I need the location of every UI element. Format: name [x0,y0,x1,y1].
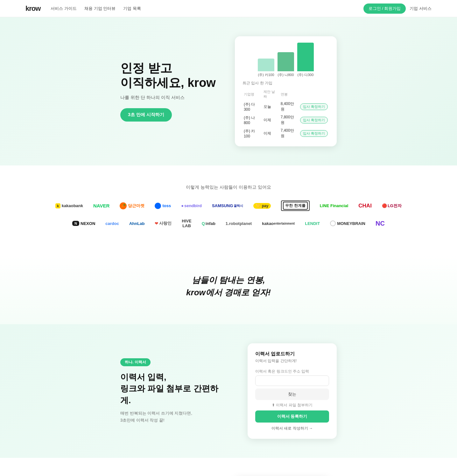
hero-headline-line2: 이직하세요, krow [120,76,216,89]
feature1-desc: 매번 반복되는 이력서 쓰기에 지쳤다면, 3초만에 이력서 작성 끝! [120,410,222,424]
logos-row-1: k kakaobank NAVER 🥕당근마켓 toss ●sendbird S… [13,200,444,211]
nav-logo[interactable]: krow [25,4,40,13]
corp-service-button[interactable]: 기업 서비스 [410,6,432,11]
bar-item-1: (주) 카100 [258,59,274,77]
bar-label-3: (주) 다300 [298,73,314,77]
logo-cardoc: cardoc [105,221,119,226]
resume-card-subtitle: 이력서 입력을 간단하게! [255,358,329,364]
row1-date: 오늘 [262,100,279,113]
bar-3 [297,43,314,71]
logo-lg: 🔴LG전자 [382,203,402,209]
row3-salary: 7,400만원 [279,127,299,140]
salary-section: 남들이 탐내는 연봉, krow에서 경매로 얻자! [0,255,457,324]
resume-url-input[interactable] [255,375,329,386]
feature1-headline-2: 링크와 파일 첨부로 간편하게. [120,384,218,405]
hero-card-bars: (주) 카100 (주) 나800 (주) 다300 [243,43,329,77]
feature1-badge: 하나. 이력서 [120,358,151,366]
hero-card-table-head: 기업명 제안 날짜 연봉 [243,88,329,100]
col-salary: 연봉 [279,88,299,100]
login-button[interactable]: 로그인 / 회원가입 [363,4,406,14]
logo-naver: NAVER [93,203,109,208]
sendbird-icon: ● [181,203,184,208]
resume-input-label: 이력서 혹은 링크드인 주소 입력 [255,369,329,374]
resume-card: 이력서 업로드하기 이력서 입력을 간단하게! 이력서 혹은 링크드인 주소 입… [248,343,337,439]
feature-resume-section: 하나. 이력서 이력서 입력, 링크와 파일 첨부로 간편하게. 매번 반복되는… [0,324,457,458]
row2-company: (주) 나800 [243,113,262,127]
row1-apply-btn[interactable]: 입사 확정하기 [300,103,328,110]
col-action [299,88,329,100]
logo-kakao-ent: kakaoentertainment [262,221,295,226]
navbar: krow 서비스 가이드 채용 기업 인터뷰 기업 목록 로그인 / 회원가입 … [0,0,457,17]
logo-sendbird: ●sendbird [181,203,202,208]
kakaopay-icon: 💛 pay [253,203,271,209]
hero-card: (주) 카100 (주) 나800 (주) 다300 최근 입사 한 가입 기업… [235,36,337,146]
nexon-icon: N [72,221,79,226]
sarangm-icon: ❤ [155,221,158,226]
resume-file-button[interactable]: ⬆ 이력서 파일 첨부하기 [255,402,329,408]
row3-company: (주) 카100 [243,127,262,140]
bar-item-3: (주) 다300 [297,43,314,77]
logo-dangmun: 🥕당근마켓 [120,202,144,209]
logos-section: 이렇게 능력있는 사람들이 이용하고 있어요 k kakaobank NAVER… [0,165,457,255]
lg-icon: 🔴 [382,203,387,208]
logo-sarangm: ❤사랑인 [155,220,172,226]
feature1-text: 하나. 이력서 이력서 입력, 링크와 파일 첨부로 간편하게. 매번 반복되는… [120,358,222,424]
nav-link-guide[interactable]: 서비스 가이드 [51,6,77,11]
logo-samsung: SAMSUNG 갤럭시 [212,203,243,208]
logo-line: LINE Financial [320,203,348,208]
table-row: (주) 나800 이제 7,800만원 입사 확정하기 [243,113,329,127]
resume-register-button[interactable]: 이력서 등록하기 [255,410,329,423]
nav-left: krow 서비스 가이드 채용 기업 인터뷰 기업 목록 [25,4,141,13]
hero-headline: 인정 받고 이직하세요, krow [120,61,216,90]
logo-1robot: 1.robotplanet [226,221,252,226]
row1-company: (주) 다300 [243,100,262,113]
hero-card-table: 기업명 제안 날짜 연봉 (주) 다300 오늘 8,400만원 입사 확정하기… [243,88,329,140]
nav-link-companies[interactable]: 기업 목록 [123,6,141,11]
hero-text: 인정 받고 이직하세요, krow 나를 위한 단 하나의 이직 서비스 3초 … [120,61,216,121]
row3-apply-btn[interactable]: 입사 확정하기 [300,130,328,137]
logo-qinfab: Qinfab [202,221,215,226]
hero-card-table-body: (주) 다300 오늘 8,400만원 입사 확정하기 (주) 나800 이제 … [243,100,329,140]
feature1-headline-1: 이력서 입력, [120,372,166,382]
salary-headline-2: krow에서 경매로 얻자! [186,288,271,297]
resume-write-link[interactable]: 이력서 새로 작성하기 → [255,426,329,431]
nav-links: 서비스 가이드 채용 기업 인터뷰 기업 목록 [51,6,141,11]
row2-date: 이제 [262,113,279,127]
bar-label-1: (주) 카100 [258,73,274,77]
hero-headline-line1: 인정 받고 [120,61,172,75]
logo-lendit: LENDIT [305,221,320,226]
bar-item-2: (주) 나800 [278,52,294,77]
hero-subtitle: 나를 위한 단 하나의 이직 서비스 [120,95,216,101]
logo-nc: NC [376,220,385,227]
feature-period-section: 둘. 이직 기간 이직 제안은 내가 원하는 기간에만. 이직의 주인은 바로 … [0,458,457,476]
logo-toss: toss [155,203,171,209]
resume-find-button[interactable]: 찾는 [255,388,329,400]
logo-kakaobank: k kakaobank [55,203,83,208]
nav-right: 로그인 / 회원가입 기업 서비스 [363,4,432,14]
bar-1 [258,59,274,71]
moneybrain-icon [330,220,336,226]
col-company: 기업명 [243,88,262,100]
table-row: (주) 카100 이제 7,400만원 입사 확정하기 [243,127,329,140]
hero-cta-button[interactable]: 3초 만에 시작하기 [120,108,172,122]
logo-nexon: NNEXON [72,221,95,226]
resume-card-title: 이력서 업로드하기 [255,351,329,357]
logos-row-2: NNEXON cardoc AhnLab ❤사랑인 HIVELAB Qinfab… [13,219,444,228]
row2-salary: 7,800만원 [279,113,299,127]
logo-muhan: 무한 한계를 [281,200,309,211]
kakaobank-icon: k [55,203,60,208]
hero-section: 인정 받고 이직하세요, krow 나를 위한 단 하나의 이직 서비스 3초 … [0,17,457,165]
table-row: (주) 다300 오늘 8,400만원 입사 확정하기 [243,100,329,113]
hero-card-title: 최근 입사 한 가입 [243,80,329,86]
logo-moneybrain: MONEYBRAIN [330,220,365,226]
logo-hivelab: HIVELAB [182,219,191,228]
feature1-headline: 이력서 입력, 링크와 파일 첨부로 간편하게. [120,371,222,406]
nav-link-interview[interactable]: 채용 기업 인터뷰 [84,6,116,11]
salary-headline-1: 남들이 탐내는 연봉, [192,275,265,285]
bar-2 [278,52,294,71]
col-date: 제안 날짜 [262,88,279,100]
row2-apply-btn[interactable]: 입사 확정하기 [300,117,328,123]
logo-kakaopay: 💛 pay [253,203,271,209]
logo-chai: CHAI [358,203,372,209]
row3-date: 이제 [262,127,279,140]
